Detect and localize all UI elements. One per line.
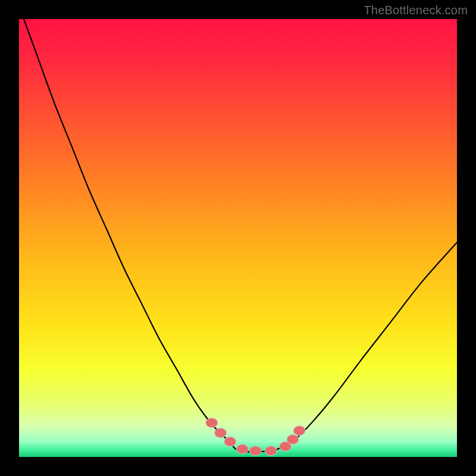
highlight-markers xyxy=(206,418,305,456)
marker-point xyxy=(236,444,248,454)
marker-point xyxy=(265,446,277,456)
marker-point xyxy=(206,418,218,428)
chart-frame: TheBottleneck.com xyxy=(0,0,476,476)
curve-layer xyxy=(19,19,457,457)
marker-point xyxy=(215,428,227,438)
plot-area xyxy=(19,19,457,457)
marker-point xyxy=(293,426,305,436)
bottleneck-curve xyxy=(19,19,457,452)
marker-point xyxy=(224,437,236,446)
watermark-text: TheBottleneck.com xyxy=(364,4,468,17)
marker-point xyxy=(249,446,261,456)
marker-point xyxy=(287,435,299,444)
